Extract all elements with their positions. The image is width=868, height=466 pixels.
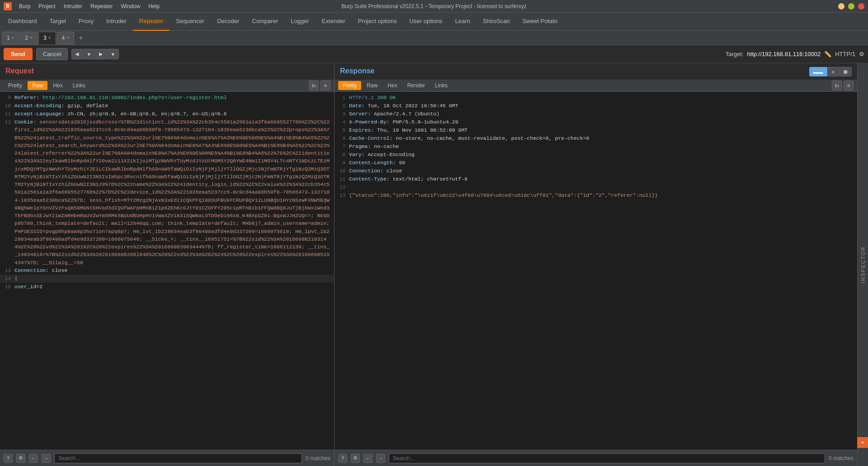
line-number: 10 xyxy=(0,102,14,110)
response-format-icon[interactable]: In xyxy=(832,81,842,90)
maximize-button[interactable]: □ xyxy=(848,3,854,10)
nav-item-user-options[interactable]: User options xyxy=(403,13,449,31)
menu-project[interactable]: Project xyxy=(35,2,59,10)
navbar: DashboardTargetProxyIntruderRepeaterSequ… xyxy=(0,13,868,31)
request-help-icon[interactable]: ? xyxy=(4,454,13,463)
response-line: 8Vary: Accept-Encoding xyxy=(335,151,857,159)
response-match-count: 0 matches xyxy=(829,455,854,461)
nav-item-sweet-potato[interactable]: Sweet Potato xyxy=(516,13,564,31)
response-header: Response ▬▬ ≡ ▣ xyxy=(335,63,857,80)
request-panel: Request Pretty Raw Hex Links In ≡ 9Refer… xyxy=(0,63,335,466)
forward-dropdown[interactable]: ▼ xyxy=(107,49,119,59)
menu-intruder[interactable]: Intruder xyxy=(60,2,86,10)
response-forward-icon[interactable]: → xyxy=(376,454,385,463)
line-number: 11 xyxy=(0,110,14,118)
request-back-icon[interactable]: ← xyxy=(29,454,38,463)
add-tab-button[interactable]: + xyxy=(75,34,86,42)
back-button[interactable]: ◀ xyxy=(71,49,82,59)
response-back-icon[interactable]: ← xyxy=(363,454,373,463)
nav-item-project-options[interactable]: Project options xyxy=(352,13,403,31)
back-dropdown[interactable]: ▼ xyxy=(83,49,95,59)
view-btn-grid[interactable]: ▣ xyxy=(839,67,852,76)
line-content: Content-Length: 99 xyxy=(349,159,857,167)
tab-close[interactable]: × xyxy=(66,35,69,40)
nav-item-sequencer[interactable]: Sequencer xyxy=(170,13,211,31)
nav-item-intruder[interactable]: Intruder xyxy=(100,13,133,31)
tab-3[interactable]: 3 × xyxy=(38,32,56,44)
response-settings-icon[interactable]: ⚙ xyxy=(351,454,360,463)
tab-1[interactable]: 1 × xyxy=(2,32,19,44)
request-tabs: Pretty Raw Hex Links xyxy=(4,81,90,90)
line-content: user_id=2 xyxy=(14,283,334,291)
line-number: 12 xyxy=(0,118,14,266)
response-tab-render[interactable]: Render xyxy=(403,81,429,90)
settings-icon[interactable]: ⚙ xyxy=(859,51,864,57)
request-title: Request xyxy=(5,67,329,75)
response-tab-links[interactable]: Links xyxy=(430,81,452,90)
response-help-icon[interactable]: ? xyxy=(338,454,347,463)
menu-repeater[interactable]: Repeater xyxy=(87,2,116,10)
response-search-input[interactable] xyxy=(389,453,825,463)
line-content xyxy=(349,183,857,191)
request-tab-links[interactable]: Links xyxy=(68,81,90,90)
line-content: HTTP/1.1 200 OK xyxy=(349,94,857,102)
response-wrap-icon[interactable]: ≡ xyxy=(844,81,854,90)
titlebar-menu: Burp Project Intruder Repeater Window He… xyxy=(15,2,163,10)
request-wrap-icon[interactable]: ≡ xyxy=(321,81,330,90)
line-content: X-Powered-By: PHP/5.5.9-1ubuntu4.29 xyxy=(349,118,857,126)
forward-button[interactable]: ▶ xyxy=(95,49,106,59)
nav-item-logger[interactable]: Logger xyxy=(284,13,315,31)
request-line: 12Cookie: sensorsdata2015jssdkcross=%7B%… xyxy=(0,118,334,266)
request-header: Request xyxy=(0,63,334,80)
response-tabs: Pretty Raw Hex Render Links xyxy=(338,81,452,90)
nav-item-target[interactable]: Target xyxy=(43,13,72,31)
view-btn-list[interactable]: ≡ xyxy=(828,67,839,76)
request-search-input[interactable] xyxy=(54,453,302,463)
nav-arrows: ◀ ▼ ▶ ▼ xyxy=(71,49,119,59)
request-tab-raw[interactable]: Raw xyxy=(28,81,47,90)
line-content: Connection: close xyxy=(349,167,857,175)
tab-2[interactable]: 2 × xyxy=(20,32,38,44)
view-btn-columns[interactable]: ▬▬ xyxy=(809,67,827,76)
tab-close[interactable]: × xyxy=(12,35,14,40)
nav-item-comparer[interactable]: Comparer xyxy=(245,13,284,31)
response-title: Response xyxy=(340,67,374,75)
request-settings-icon[interactable]: ⚙ xyxy=(16,454,25,463)
menu-burp[interactable]: Burp xyxy=(15,2,34,10)
request-bottom-bar: ? ⚙ ← → 0 matches xyxy=(0,450,334,466)
response-view-buttons: ▬▬ ≡ ▣ xyxy=(809,67,852,76)
nav-item-decoder[interactable]: Decoder xyxy=(211,13,245,31)
response-tab-hex[interactable]: Hex xyxy=(383,81,401,90)
orange-indicator[interactable]: ● xyxy=(857,437,868,448)
titlebar-left: B Burp Project Intruder Repeater Window … xyxy=(4,2,163,10)
response-line: 3Server: Apache/2.4.7 (Ubuntu) xyxy=(335,110,857,118)
request-actions: In ≡ xyxy=(309,81,330,90)
request-forward-icon[interactable]: → xyxy=(42,454,51,463)
minimize-button[interactable]: ─ xyxy=(838,3,844,10)
nav-item-shiroscan[interactable]: ShiroScan xyxy=(476,13,516,31)
nav-item-repeater[interactable]: Repeater xyxy=(133,13,170,31)
response-tab-raw[interactable]: Raw xyxy=(362,81,382,90)
nav-item-proxy[interactable]: Proxy xyxy=(72,13,100,31)
tab-close[interactable]: × xyxy=(30,35,33,40)
cancel-button[interactable]: Cancel xyxy=(36,48,68,60)
nav-item-dashboard[interactable]: Dashboard xyxy=(2,13,43,31)
request-tab-hex[interactable]: Hex xyxy=(48,81,67,90)
request-line: 9Referer: http://192.168.81.116:10002/in… xyxy=(0,94,334,102)
tab-close[interactable]: × xyxy=(48,35,51,40)
edit-target-icon[interactable]: ✏️ xyxy=(824,51,831,57)
line-number: 1 xyxy=(335,94,349,102)
request-format-icon[interactable]: In xyxy=(309,81,319,90)
close-button[interactable]: ✕ xyxy=(858,3,864,10)
nav-item-learn[interactable]: Learn xyxy=(449,13,476,31)
tab-4[interactable]: 4 × xyxy=(57,32,75,44)
response-tab-pretty[interactable]: Pretty xyxy=(338,81,361,90)
line-content: Server: Apache/2.4.7 (Ubuntu) xyxy=(349,110,857,118)
send-button[interactable]: Send xyxy=(4,48,33,60)
menu-help[interactable]: Help xyxy=(145,2,163,10)
request-tab-pretty[interactable]: Pretty xyxy=(4,81,27,90)
line-number: 15 xyxy=(0,283,14,291)
nav-item-extender[interactable]: Extender xyxy=(316,13,352,31)
line-number: 6 xyxy=(335,134,349,143)
menu-window[interactable]: Window xyxy=(117,2,144,10)
